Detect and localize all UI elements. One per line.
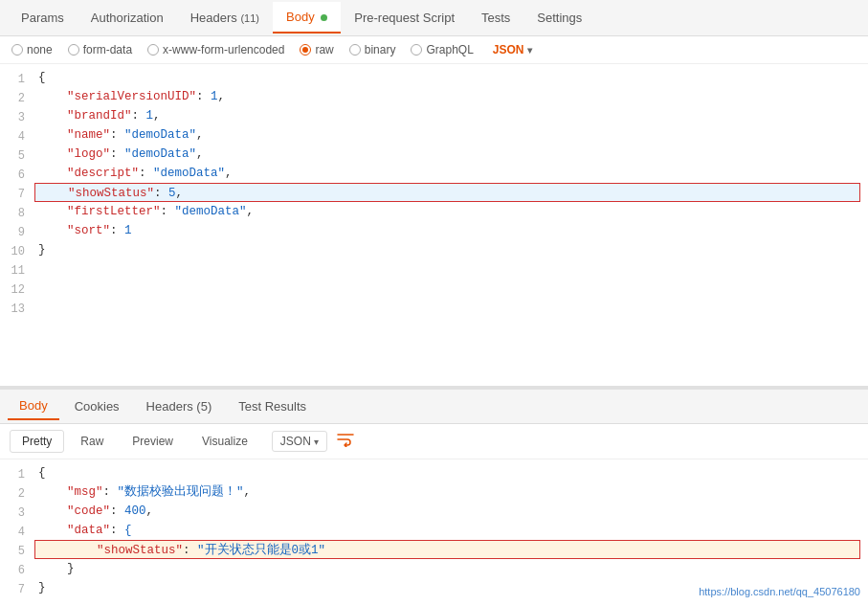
response-body-panel[interactable]: 1234567 { "msg": "数据校验出现问题！", "code": 40… [0, 459, 868, 605]
editor-line-10[interactable]: } [34, 240, 860, 259]
radio-x-www-form-urlencoded[interactable]: x-www-form-urlencoded [147, 43, 284, 56]
editor-line-2[interactable]: "serialVersionUID": 1, [34, 87, 860, 106]
request-body-editor[interactable]: 12345678910111213 { "serialVersionUID": … [0, 64, 868, 390]
response-line-6[interactable]: } [34, 559, 860, 578]
top-tab-bar: ParamsAuthorizationHeaders (11)Body Pre-… [0, 0, 868, 36]
sub-tab-visualize[interactable]: Visualize [189, 430, 260, 453]
editor-line-5[interactable]: "logo": "demoData", [34, 145, 860, 164]
radio-indicator [411, 44, 422, 56]
radio-indicator [11, 44, 23, 56]
code-content[interactable]: { "serialVersionUID": 1, "brandId": 1, "… [34, 68, 868, 319]
line-numbers: 12345678910111213 [0, 68, 34, 319]
editor-line-4[interactable]: "name": "demoData", [34, 125, 860, 145]
top-tab-body[interactable]: Body [273, 2, 341, 34]
response-tab-bar: BodyCookiesHeaders (5)Test Results [0, 390, 868, 424]
response-line-5[interactable]: "showStatus": "开关状态只能是0或1" [34, 540, 860, 559]
radio-GraphQL[interactable]: GraphQL [411, 43, 473, 56]
radio-form-data[interactable]: form-data [68, 43, 132, 56]
editor-line-11[interactable] [34, 259, 860, 279]
top-tab-tests[interactable]: Tests [468, 3, 523, 33]
top-tab-pre-request-script[interactable]: Pre-request Script [341, 3, 468, 33]
response-json-dropdown[interactable]: JSON▾ [272, 431, 327, 452]
top-tab-settings[interactable]: Settings [523, 3, 595, 33]
response-line-4[interactable]: "data": { [34, 521, 860, 540]
radio-indicator [349, 44, 361, 56]
sub-tab-preview[interactable]: Preview [120, 430, 186, 453]
radio-binary[interactable]: binary [349, 43, 396, 56]
radio-none[interactable]: none [11, 43, 53, 56]
response-line-2[interactable]: "msg": "数据校验出现问题！", [34, 482, 860, 502]
sub-tab-pretty[interactable]: Pretty [10, 430, 64, 453]
bottom-tab-test-results[interactable]: Test Results [227, 393, 318, 419]
radio-indicator [300, 44, 311, 56]
watermark: https://blog.csdn.net/qq_45076180 [699, 586, 860, 597]
resp-code-content[interactable]: { "msg": "数据校验出现问题！", "code": 400, "data… [34, 463, 868, 599]
editor-line-12[interactable] [34, 279, 860, 298]
resp-line-numbers: 1234567 [0, 463, 34, 599]
editor-line-13[interactable] [34, 298, 860, 317]
bottom-tab-body[interactable]: Body [8, 392, 59, 420]
editor-line-3[interactable]: "brandId": 1, [34, 106, 860, 125]
response-format-bar: PrettyRawPreviewVisualizeJSON▾ [0, 424, 868, 459]
bottom-tab-cookies[interactable]: Cookies [63, 393, 131, 419]
radio-raw[interactable]: raw [300, 43, 333, 56]
body-type-row: noneform-datax-www-form-urlencodedrawbin… [0, 36, 868, 64]
radio-indicator [68, 44, 79, 56]
editor-line-9[interactable]: "sort": 1 [34, 221, 860, 240]
json-format-dropdown[interactable]: JSON▾ [493, 43, 532, 56]
editor-line-1[interactable]: { [34, 68, 860, 87]
top-tab-params[interactable]: Params [8, 3, 78, 33]
top-tab-authorization[interactable]: Authorization [78, 3, 177, 33]
response-line-3[interactable]: "code": 400, [34, 502, 860, 521]
editor-line-7[interactable]: "showStatus": 5, [34, 183, 860, 202]
response-line-1[interactable]: { [34, 463, 860, 482]
top-tab-headers[interactable]: Headers (11) [177, 3, 273, 33]
radio-indicator [147, 44, 159, 56]
sub-tab-raw[interactable]: Raw [68, 430, 116, 453]
wrap-toggle-icon[interactable] [337, 432, 354, 451]
bottom-tab-headers[interactable]: Headers (5) [135, 393, 224, 419]
editor-line-8[interactable]: "firstLetter": "demoData", [34, 202, 860, 221]
editor-line-6[interactable]: "descript": "demoData", [34, 164, 860, 183]
